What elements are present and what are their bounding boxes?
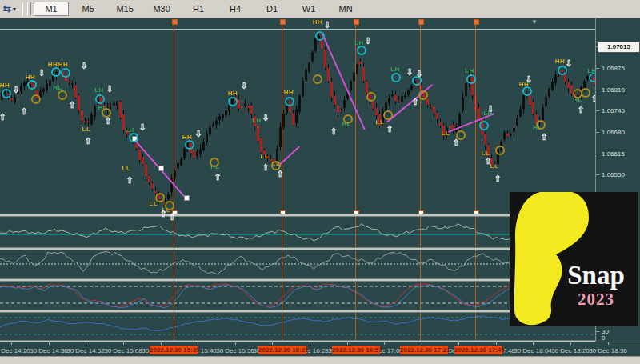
time-tick [235,342,236,345]
price-tick [596,132,599,133]
swing-label-lh: LH [94,86,104,94]
yellow-ring-icon [155,193,165,202]
timeframe-button-h4[interactable]: H4 [218,2,253,16]
trendline-handle[interactable] [184,195,190,201]
vline-handle[interactable] [474,19,479,25]
vertical-line[interactable] [420,19,421,342]
vline-handle[interactable] [418,19,424,25]
yellow-ring-icon [536,120,546,130]
time-tick [570,342,571,345]
yellow-ring-icon [418,90,428,100]
arrow-up-icon: ⇧ [262,163,269,171]
price-tick [596,331,599,332]
arrow-up-icon: ⇧ [494,174,501,182]
status-strip [0,356,640,364]
triangle-marker[interactable]: ▼ [531,18,538,26]
swing-label-hh: HH [58,61,69,68]
arrow-down-icon: ⇩ [406,68,413,76]
cyan-ring-icon [357,46,366,55]
highlighted-timestamp: 2022.12.30 15:35 [150,346,198,354]
price-label: 1.06680 [602,129,625,136]
time-label: 30 Dec 15:56 [216,347,254,354]
yellow-ring-icon [581,88,590,98]
time-tick [161,342,162,345]
timeframe-switcher-icon[interactable]: ⇆ [3,3,11,14]
price-tick [596,110,599,111]
toolbar-separator [22,2,23,15]
cyan-ring-icon [315,31,325,41]
arrow-up-icon: ⇧ [330,127,337,135]
cyan-ring-icon [2,89,11,98]
highlighted-timestamp: 2022.12.30 16:53 [332,346,380,354]
price-tick [596,154,599,154]
swing-label-ll: LL [442,130,450,137]
arrow-up-icon: ⇧ [540,133,547,141]
arrow-down-icon: ⇩ [323,21,330,29]
current-price-badge: 1.07015 [598,42,640,53]
swing-label-lh: LH [465,67,474,74]
arrow-down-icon: ⇩ [138,123,146,131]
time-tick [422,342,422,345]
arrow-down-icon: ⇩ [240,82,247,90]
arrow-up-icon: ⇧ [452,138,459,146]
time-tick [198,342,198,345]
time-label: 30 Dec 18:20 [551,347,590,354]
swing-label-hh: HH [228,90,238,97]
vertical-line[interactable] [174,19,174,342]
price-label: 1.06875 [602,65,625,72]
highlighted-timestamp: 2022.12.30 17:45 [454,346,502,354]
swing-label-hh: HH [555,58,566,65]
time-tick [49,342,50,345]
arrow-down-icon: ⇩ [38,69,45,77]
highlighted-timestamp: 2022.12.30 17:21 [400,346,448,354]
vline-handle[interactable] [354,19,359,25]
time-label: 30 Dec 18:36 [589,347,627,354]
vertical-line[interactable] [355,19,356,342]
time-tick [310,342,310,345]
cyan-ring-icon [522,86,532,96]
timeframe-button-h1[interactable]: H1 [181,2,216,16]
yellow-ring-icon [383,110,393,120]
swing-label-ll: LL [376,118,385,126]
timeframe-button-m1[interactable]: M1 [34,2,69,16]
time-label: 30 Dec 15:08 [104,347,142,354]
cyan-ring-icon [51,67,61,77]
price-tick [596,68,599,69]
mt4-terminal-window: { "toolbar": { "timeframes": ["M1","M5",… [0,0,640,364]
arrow-up-icon: ⇧ [0,113,6,121]
chevron-down-icon[interactable]: ▾ [13,6,16,13]
timeframe-button-mn[interactable]: MN [328,2,363,16]
timeframe-button-m5[interactable]: M5 [70,2,106,16]
cyan-ring-icon [61,68,70,78]
timeframe-button-m15[interactable]: M15 [107,2,142,16]
arrow-down-icon: ⇩ [194,130,202,138]
time-label: 30 Dec 14:52 [66,347,105,354]
swing-label-ll: LL [261,153,270,160]
arrow-up-icon: ⇧ [168,213,175,221]
snap-logo: Snap 2023 [510,192,638,326]
cyan-ring-icon [466,74,476,84]
arrow-up-icon: ⇧ [214,173,221,181]
arrow-down-icon: ⇩ [106,85,113,93]
time-label: 30 Dec 18:04 [514,347,552,354]
price-tick [596,90,599,90]
yellow-ring-icon [210,158,219,167]
timeframe-button-w1[interactable]: W1 [291,2,326,16]
arrow-down-icon: ⇩ [486,105,494,113]
arrow-up-icon: ⇧ [20,107,27,115]
time-tick [347,342,348,345]
time-tick [123,342,124,345]
time-tick [458,342,459,345]
trendline-handle[interactable] [158,166,164,171]
time-axis[interactable]: 30 Dec 14:2030 Dec 14:3630 Dec 14:5230 D… [0,342,640,357]
price-label: 0 [602,334,605,342]
vline-handle[interactable] [172,19,178,25]
vline-handle[interactable] [280,19,286,25]
timeframe-button-d1[interactable]: D1 [254,2,290,16]
timeframe-button-m30[interactable]: M30 [144,2,179,16]
vertical-line[interactable] [282,19,282,342]
vertical-line[interactable] [475,19,476,342]
swing-label-ll: LL [122,165,131,172]
arrow-up-icon: ⇧ [104,117,111,125]
yellow-ring-icon [495,146,505,155]
